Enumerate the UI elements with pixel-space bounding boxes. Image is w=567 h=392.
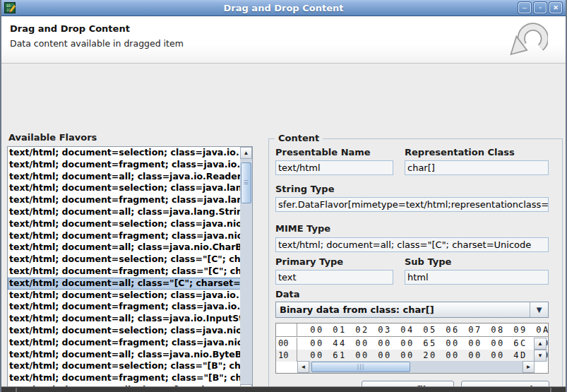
hex-header-row: 000102030405060708090A [276, 323, 549, 337]
available-flavors-label: Available Flavors [8, 132, 97, 143]
data-label: Data [275, 289, 300, 299]
hex-column-header: 09 [509, 323, 532, 336]
list-item[interactable]: text/html; document=fragment; class=java… [8, 301, 241, 313]
primary-type-label: Primary Type [275, 256, 343, 267]
hex-column-header: 02 [351, 323, 374, 336]
horizontal-scroll-thumb[interactable]: ||| [311, 362, 410, 372]
hex-byte-cell: 20 [419, 350, 441, 362]
list-item[interactable]: text/html; document=all; class=java.nio.… [8, 242, 241, 254]
hex-horizontal-scrollbar[interactable]: ◄ ||| ► [297, 361, 535, 373]
list-item[interactable]: text/html; document=fragment; class=java… [8, 230, 241, 242]
spacer [297, 338, 306, 350]
hex-byte-cell: 00 [374, 350, 396, 362]
hex-column-header: 04 [396, 323, 419, 336]
dialog-header: Drag and Drop Content Data content avail… [1, 16, 566, 64]
representation-class-field[interactable]: char[] [405, 160, 549, 175]
data-format-dropdown[interactable]: Binary data from class: char[] ▼ [275, 302, 549, 318]
table-row[interactable]: 100061000000200000004D00 [276, 350, 549, 362]
list-item[interactable]: text/html; document=selection; class=jav… [8, 290, 241, 302]
list-item[interactable]: text/html; document=all; class=java.nio.… [8, 349, 241, 361]
content-group-label: Content [275, 133, 323, 143]
close-window-button[interactable]: ✕ [549, 2, 562, 13]
hex-corner-cell [276, 323, 297, 336]
hex-byte-cell: 00 [306, 350, 328, 362]
vertical-scroll-thumb[interactable]: ☰ [241, 162, 251, 203]
hex-byte-cell: 6C [509, 338, 532, 350]
list-item[interactable]: text/html; document=fragment; class="[B"… [8, 372, 241, 384]
arrow-up-icon: ▲ [244, 150, 249, 156]
chevron-down-icon: ▼ [530, 302, 548, 317]
list-vertical-scrollbar[interactable]: ▲ ☰ ▼ [240, 147, 252, 392]
hex-data-table[interactable]: 000102030405060708090A 00004400000065000… [275, 323, 549, 374]
list-item[interactable]: text/html; document=fragment; class=java… [8, 159, 241, 171]
page-title: Drag and Drop Content [10, 23, 130, 34]
hex-byte-cell: 00 [396, 350, 419, 362]
minimize-button[interactable]: ─ [518, 2, 531, 13]
maximize-icon: ▫ [539, 3, 541, 13]
scroll-right-button[interactable]: ► [523, 361, 535, 373]
list-item[interactable]: text/html; document=selection; class=jav… [8, 182, 241, 194]
list-item[interactable]: text/html; document=fragment; class=java… [8, 194, 241, 206]
hex-byte-cell: 00 [351, 338, 374, 350]
list-item[interactable]: text/html; document=all; class=java.io.R… [8, 171, 241, 183]
list-item[interactable]: text/html; document=selection; class=jav… [8, 325, 241, 337]
hex-byte-cell: 00 [396, 338, 419, 350]
hex-vertical-scrollbar[interactable]: ▲ ▼ [534, 338, 547, 362]
scroll-down-button[interactable]: ▼ [534, 350, 547, 362]
grip-icon: ☰ [243, 180, 249, 186]
hex-byte-cell: 61 [328, 350, 351, 362]
maximize-button[interactable]: ▫ [534, 2, 547, 13]
hex-byte-cell: 00 [487, 338, 509, 350]
spacer [297, 350, 306, 362]
hex-column-header: 05 [419, 323, 441, 336]
titlebar[interactable]: 10 10 Drag and Drop Content ─ ▫ ✕ [1, 0, 566, 16]
list-item[interactable]: text/html; document=selection; class=jav… [8, 218, 241, 230]
arrow-down-icon: ▼ [537, 352, 543, 359]
hex-byte-cell: 00 [441, 350, 464, 362]
hex-byte-cell: 00 [306, 338, 328, 350]
sub-type-label: Sub Type [405, 256, 451, 267]
list-item[interactable]: text/html; document=selection; class="[B… [8, 360, 241, 372]
hex-byte-cell: 65 [419, 338, 441, 350]
drag-drop-arrow-icon [508, 22, 548, 57]
list-item[interactable]: text/html; document=all; class=java.io.I… [8, 313, 241, 325]
page-subtitle: Data content available in dragged item [10, 38, 184, 49]
arrow-up-icon: ▲ [537, 340, 543, 347]
primary-type-field[interactable]: text [275, 270, 393, 285]
presentable-name-field[interactable]: text/html [275, 160, 393, 175]
table-row[interactable]: 000044000000650000006C00 [276, 338, 549, 350]
hex-byte-cell: 00 [374, 338, 396, 350]
list-item[interactable]: text/html; document=all; class="[C"; cha… [8, 278, 241, 290]
presentable-name-label: Presentable Name [275, 147, 371, 158]
window-title: Drag and Drop Content [1, 3, 566, 13]
dropdown-selected-value: Binary data from class: char[] [276, 304, 530, 315]
flavor-listbox: text/html; document=selection; class=jav… [7, 146, 253, 392]
list-item[interactable]: text/html; document=selection; class=jav… [8, 147, 241, 159]
mime-type-field[interactable]: text/html; document=all; class="[C"; cha… [275, 237, 549, 252]
list-item[interactable]: text/html; document=all; class=java.lang… [8, 206, 241, 218]
hex-byte-cell: 00 [464, 350, 487, 362]
scroll-up-button[interactable]: ▲ [240, 147, 252, 159]
mime-type-label: MIME Type [275, 223, 330, 234]
close-icon: ✕ [553, 3, 559, 13]
string-type-field[interactable]: sfer.DataFlavor[mimetype=text/html;repre… [275, 197, 549, 212]
minimize-icon: ─ [523, 3, 527, 13]
hex-column-header: 00 [306, 323, 328, 336]
representation-class-label: Representation Class [405, 147, 515, 158]
scroll-left-button[interactable]: ◄ [297, 361, 309, 373]
hex-column-header: 01 [328, 323, 351, 336]
hex-byte-cell: 00 [441, 338, 464, 350]
flavor-list: text/html; document=selection; class=jav… [8, 147, 241, 392]
list-item[interactable]: text/html; document=selection; class="[C… [8, 254, 241, 266]
hex-byte-cell: 00 [351, 350, 374, 362]
hex-column-header: 08 [487, 323, 509, 336]
hex-row-offset: 00 [276, 338, 297, 350]
list-item[interactable]: text/html; document=fragment; class="[C"… [8, 266, 241, 278]
hex-column-header: 07 [464, 323, 487, 336]
scroll-up-button[interactable]: ▲ [534, 338, 547, 350]
arrow-left-icon: ◄ [301, 364, 306, 370]
list-item[interactable]: text/html; document=fragment; class=java… [8, 337, 241, 349]
sub-type-field[interactable]: html [405, 270, 549, 285]
hex-byte-cell: 44 [328, 338, 351, 350]
spacer [297, 323, 306, 336]
